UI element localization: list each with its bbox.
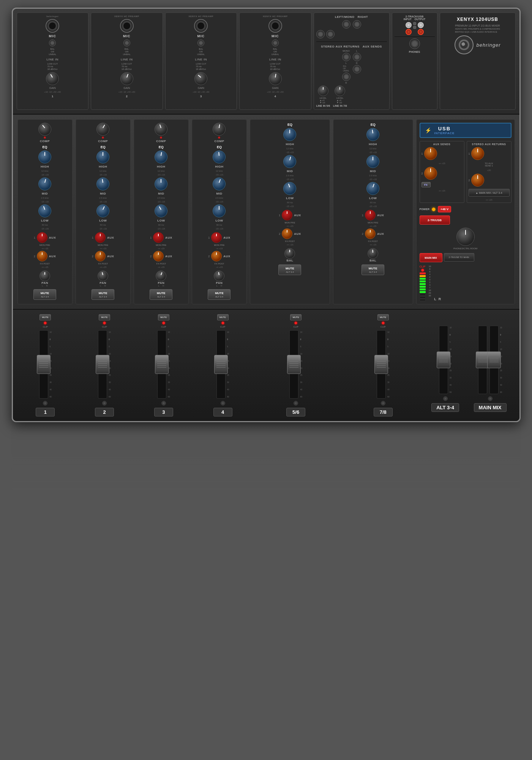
- mute-fader-btn-3[interactable]: MUTE: [158, 314, 169, 320]
- mute-button-2[interactable]: MUTE ALT 3-4: [92, 289, 114, 300]
- two-tr-usb-button[interactable]: 2-TR/USB: [420, 215, 450, 225]
- aux2-knob-1[interactable]: [37, 251, 47, 261]
- low-knob-4[interactable]: [213, 204, 226, 217]
- line-in-label-3: LINE IN: [195, 58, 207, 61]
- fader-handle-3[interactable]: [155, 355, 169, 374]
- mute-button-3[interactable]: MUTE ALT 3-4: [150, 289, 172, 300]
- mute-fader-btn-1[interactable]: MUTE: [39, 314, 51, 320]
- high-knob-78[interactable]: [366, 128, 379, 141]
- mid-knob-2[interactable]: [96, 177, 109, 190]
- mid-knob-3[interactable]: [155, 177, 167, 190]
- aux2-knob-56[interactable]: [282, 228, 292, 239]
- fader-handle-1[interactable]: [37, 355, 51, 374]
- fader-track-1[interactable]: [39, 330, 48, 399]
- usb-icon: ⚡: [425, 127, 431, 133]
- mid-knob-56[interactable]: [283, 155, 296, 168]
- two-tr-to-main-button[interactable]: 2-TR/USB TO MAIN: [444, 253, 474, 261]
- fader-handle-78[interactable]: [374, 355, 388, 374]
- main-fader-track-r[interactable]: [489, 326, 499, 394]
- stereo-return-2-knob[interactable]: [471, 174, 484, 187]
- mid-knob-1[interactable]: [38, 177, 51, 190]
- aux1-knob-2[interactable]: [95, 232, 106, 243]
- main-fader-track-l[interactable]: [478, 326, 487, 394]
- mute-button-4[interactable]: MUTE ALT 3-4: [208, 289, 230, 300]
- pan-knob-1[interactable]: [39, 271, 50, 281]
- aux1-knob-56[interactable]: [282, 210, 292, 220]
- power-label: POWER: [420, 208, 429, 211]
- preamp-label-3: XENYX HC PREAMP: [188, 15, 213, 17]
- mid-knob-78[interactable]: [366, 155, 379, 168]
- aux-send-1-master[interactable]: [424, 147, 437, 160]
- phantom-button[interactable]: +48 V: [438, 206, 451, 212]
- low-knob-1[interactable]: [38, 204, 51, 217]
- comp-knob-1[interactable]: [38, 123, 51, 136]
- level-knob-56[interactable]: [318, 86, 328, 96]
- gain-knob-4[interactable]: [269, 72, 282, 85]
- fader-track-3[interactable]: [157, 330, 166, 399]
- aux1-knob-3[interactable]: [153, 232, 164, 243]
- mute-button-56[interactable]: MUTE ALT 3-4: [278, 264, 301, 275]
- mute-fader-btn-2[interactable]: MUTE: [99, 314, 110, 320]
- mute-text-2: MUTE: [99, 291, 107, 295]
- high-knob-56[interactable]: [283, 128, 296, 141]
- stereo-return-1-knob[interactable]: [471, 147, 484, 160]
- comp-knob-2[interactable]: [96, 123, 109, 136]
- gain-knob-1[interactable]: [46, 72, 59, 85]
- main-mix-arrow-btn[interactable]: ▲ MAIN MIX / ALT 3-4: [469, 189, 510, 196]
- bal-section-56: BAL: [253, 248, 327, 262]
- mute-fader-btn-78[interactable]: MUTE: [377, 314, 389, 320]
- gain-knob-3[interactable]: [194, 72, 207, 85]
- low-knob-78[interactable]: [366, 182, 379, 195]
- high-knob-3[interactable]: [155, 150, 167, 163]
- low-knob-2[interactable]: [96, 204, 109, 217]
- fader-track-2[interactable]: [98, 330, 107, 399]
- aux2-knob-78[interactable]: [365, 228, 376, 239]
- aux2-knob-3[interactable]: [153, 251, 164, 261]
- high-knob-4[interactable]: [213, 150, 226, 163]
- mute-button-1[interactable]: MUTE ALT 3-4: [33, 289, 56, 300]
- comp-knob-3[interactable]: [155, 123, 167, 136]
- aux2-knob-4[interactable]: [211, 251, 222, 261]
- comp-group-4: COMP: [213, 123, 226, 143]
- mute-button-78[interactable]: MUTE ALT 3-4: [362, 264, 384, 275]
- aux2-knob-2[interactable]: [95, 251, 106, 261]
- level-knob-78[interactable]: [335, 86, 345, 96]
- line-in-label-1: LINE IN: [46, 58, 58, 61]
- fader-track-alt34[interactable]: [439, 326, 448, 394]
- comp-knob-4[interactable]: [213, 123, 226, 136]
- clip-text-3: CLIP: [161, 326, 166, 328]
- pan-knob-4[interactable]: [214, 271, 224, 281]
- channel-number-1: 1: [36, 408, 55, 416]
- fader-handle-56[interactable]: [287, 355, 301, 374]
- fader-strip-alt34: 10 0 5 10 15 20 25 30 40 60 ALT 3-4: [428, 314, 463, 416]
- main-mix-button[interactable]: MAIN MIX: [420, 253, 442, 262]
- phones-ctrl-knob[interactable]: [456, 228, 475, 246]
- gain-knob-2[interactable]: [120, 72, 133, 85]
- fx-button[interactable]: FX: [421, 182, 431, 187]
- channel-strip-78: EQ HIGH 12 kHz -15 +15 MID 2.5 kHz -15 +…: [333, 119, 413, 304]
- aux1-knob-4[interactable]: [211, 232, 222, 243]
- fader-handle-2[interactable]: [96, 355, 109, 374]
- pan-knob-2[interactable]: [98, 271, 108, 281]
- main-fader-handle-r[interactable]: [487, 352, 501, 368]
- aux1-knob-1[interactable]: [37, 232, 47, 243]
- fader-handle-4[interactable]: [214, 355, 228, 374]
- aux1-knob-78[interactable]: [365, 210, 376, 220]
- fader-track-78[interactable]: [377, 330, 386, 399]
- pan-knob-3[interactable]: [156, 271, 166, 281]
- low-knob-56[interactable]: [283, 182, 296, 195]
- fader-handle-alt34[interactable]: [437, 352, 450, 368]
- fader-track-56[interactable]: [289, 330, 298, 399]
- aux-send-2-master[interactable]: [424, 167, 437, 180]
- pan-section-4: PAN L R: [194, 271, 244, 287]
- bal-knob-78[interactable]: [368, 248, 378, 259]
- stereo-return-knobs: 1 TO AUXSEND 1 +20 2 ▲ MAIN MIX / ALT 3-…: [469, 147, 510, 201]
- high-knob-1[interactable]: [38, 150, 51, 163]
- mute-fader-btn-4[interactable]: MUTE: [217, 314, 229, 320]
- mute-fader-btn-56[interactable]: MUTE: [290, 314, 302, 320]
- bal-knob-56[interactable]: [284, 248, 295, 259]
- mid-knob-4[interactable]: [213, 177, 226, 190]
- fader-track-4[interactable]: [216, 330, 226, 399]
- high-knob-2[interactable]: [96, 150, 109, 163]
- low-knob-3[interactable]: [155, 204, 167, 217]
